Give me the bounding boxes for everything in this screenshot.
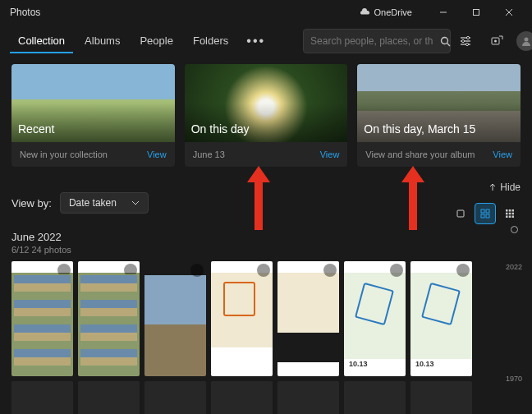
- cloud-icon: [359, 8, 370, 16]
- card-view-link[interactable]: View: [147, 150, 167, 159]
- annotation-arrow: [255, 181, 263, 230]
- tab-folders[interactable]: Folders: [185, 30, 236, 53]
- svg-rect-19: [486, 214, 489, 218]
- thumbnail[interactable]: [344, 261, 406, 376]
- search-input[interactable]: [304, 35, 440, 47]
- svg-rect-1: [474, 10, 479, 16]
- timeline-marker[interactable]: [511, 226, 518, 233]
- thumbnail[interactable]: [144, 381, 206, 414]
- card-on-this-day-march[interactable]: On this day, March 15 View and share you…: [357, 64, 521, 167]
- tab-people[interactable]: People: [131, 30, 181, 53]
- card-view-link[interactable]: View: [493, 150, 512, 159]
- card-subtitle: View and share your album: [365, 150, 475, 159]
- timeline-scrubber[interactable]: 2022 1970: [502, 226, 525, 406]
- annotation-arrow: [409, 181, 417, 230]
- svg-point-11: [466, 43, 469, 45]
- thumbnail[interactable]: [11, 261, 73, 376]
- thumbnail[interactable]: [277, 261, 339, 376]
- card-view-link[interactable]: View: [320, 150, 340, 159]
- thumbnail[interactable]: [211, 261, 273, 376]
- onedrive-status[interactable]: OneDrive: [359, 7, 412, 17]
- arrow-up-icon: [488, 183, 497, 191]
- svg-point-14: [525, 38, 529, 42]
- card-recent[interactable]: Recent New in your collectionView: [11, 64, 175, 167]
- view-single-button[interactable]: [450, 203, 471, 224]
- thumbnail[interactable]: [410, 381, 472, 414]
- svg-point-10: [462, 39, 465, 42]
- svg-rect-22: [512, 209, 515, 212]
- svg-rect-27: [509, 216, 511, 218]
- import-icon[interactable]: [485, 30, 508, 53]
- svg-rect-24: [509, 213, 511, 215]
- svg-point-9: [467, 36, 470, 39]
- thumbnail[interactable]: [78, 261, 140, 376]
- hide-button[interactable]: Hide: [488, 182, 521, 193]
- card-subtitle: New in your collection: [20, 150, 108, 159]
- search-box[interactable]: [303, 29, 451, 53]
- card-title: Recent: [18, 122, 54, 136]
- app-title: Photos: [7, 7, 40, 18]
- card-title: On this day: [191, 122, 250, 136]
- svg-rect-26: [506, 216, 508, 218]
- maximize-button[interactable]: [460, 0, 493, 25]
- view-grid-button[interactable]: [475, 203, 496, 224]
- svg-rect-17: [486, 209, 489, 213]
- timeline-year[interactable]: 1970: [506, 375, 522, 383]
- timeline-year[interactable]: 2022: [506, 263, 522, 271]
- search-icon[interactable]: [440, 36, 451, 47]
- thumbnail[interactable]: [78, 381, 140, 414]
- card-on-this-day[interactable]: On this day June 13View: [185, 64, 348, 167]
- section-month: June 2022: [11, 231, 521, 243]
- card-title: On this day, March 15: [364, 122, 475, 136]
- tab-collection[interactable]: Collection: [10, 30, 73, 53]
- titlebar: Photos OneDrive: [0, 0, 532, 25]
- viewby-label: View by:: [11, 197, 52, 209]
- view-dense-button[interactable]: [499, 203, 521, 224]
- thumbnail[interactable]: [410, 261, 472, 376]
- filter-icon[interactable]: [454, 30, 477, 53]
- thumbnail[interactable]: [11, 381, 73, 414]
- svg-rect-16: [481, 209, 484, 213]
- tab-albums[interactable]: Albums: [76, 30, 128, 53]
- feature-cards: Recent New in your collectionView On thi…: [11, 64, 521, 167]
- svg-line-5: [447, 43, 451, 46]
- svg-rect-28: [512, 216, 515, 218]
- photo-grid: [11, 261, 521, 376]
- viewby-dropdown[interactable]: Date taken: [60, 192, 149, 214]
- navbar: Collection Albums People Folders ••• •••: [0, 25, 532, 58]
- minimize-button[interactable]: [427, 0, 460, 25]
- thumbnail[interactable]: [277, 381, 339, 414]
- svg-point-4: [442, 37, 448, 44]
- close-button[interactable]: [493, 0, 525, 25]
- svg-rect-25: [512, 213, 515, 215]
- chevron-down-icon: [131, 200, 140, 205]
- svg-rect-20: [506, 209, 508, 212]
- profile-avatar[interactable]: [516, 31, 532, 51]
- thumbnail[interactable]: [211, 381, 273, 414]
- svg-point-13: [494, 40, 497, 43]
- svg-rect-18: [481, 214, 484, 218]
- thumbnail[interactable]: [144, 261, 206, 376]
- svg-rect-21: [509, 209, 511, 212]
- card-subtitle: June 13: [193, 150, 225, 159]
- nav-more-button[interactable]: •••: [240, 29, 272, 53]
- svg-rect-23: [506, 213, 508, 215]
- thumbnail[interactable]: [344, 381, 406, 414]
- svg-rect-15: [457, 210, 464, 217]
- section-count: 6/12 24 photos: [11, 245, 521, 255]
